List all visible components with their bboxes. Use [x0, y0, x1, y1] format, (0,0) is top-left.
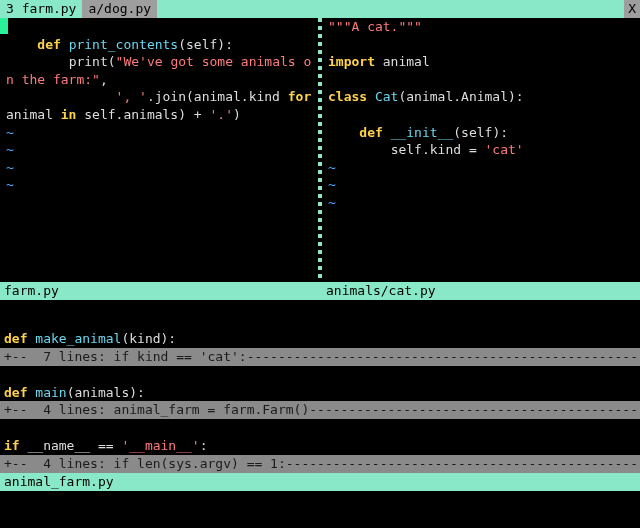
keyword-for: for — [288, 89, 311, 104]
tab-close-button[interactable]: X — [624, 0, 640, 18]
string-literal: '.' — [210, 107, 233, 122]
fold-line[interactable]: +-- 7 lines: if kind == 'cat':----------… — [0, 348, 640, 366]
status-filename: animals/cat.py — [326, 282, 436, 300]
keyword-if: if — [4, 438, 20, 453]
pane-right[interactable]: """A cat.""" import animal class Cat(ani… — [322, 18, 640, 282]
tab-dog-active[interactable]: a/dog.py — [82, 0, 157, 18]
keyword-in: in — [61, 107, 77, 122]
eob-tilde: ~ — [322, 159, 640, 177]
code-token — [6, 37, 37, 52]
blank-line — [0, 366, 640, 384]
tabline: 3 farm.py a/dog.py X — [0, 0, 640, 18]
status-row-top: farm.py animals/cat.py — [0, 282, 640, 300]
code-line[interactable]: def make_animal(kind): — [0, 330, 640, 348]
code-line[interactable]: def main(animals): — [0, 384, 640, 402]
status-filename: animal_farm.py — [4, 473, 114, 491]
status-filename: farm.py — [4, 282, 59, 300]
docstring: """A cat.""" — [328, 19, 422, 34]
eob-tilde: ~ — [0, 141, 318, 159]
tab-farm[interactable]: 3 farm.py — [0, 0, 82, 18]
pane-gap — [0, 300, 640, 330]
string-literal: ', ' — [116, 89, 147, 104]
keyword-def: def — [37, 37, 60, 52]
status-right: animals/cat.py — [322, 282, 640, 300]
fold-line[interactable]: +-- 4 lines: animal_farm = farm.Farm()--… — [0, 401, 640, 419]
eob-tilde: ~ — [0, 176, 318, 194]
code-left[interactable]: def print_contents(self): print("We've g… — [0, 18, 318, 124]
tab-count: 3 — [6, 1, 14, 16]
blank-line — [0, 419, 640, 437]
keyword-def: def — [4, 331, 27, 346]
keyword-def: def — [4, 385, 27, 400]
cursor — [0, 18, 8, 34]
status-bottom: animal_farm.py — [0, 473, 640, 491]
eob-tilde: ~ — [0, 159, 318, 177]
function-name: __init__ — [391, 125, 454, 140]
eob-tilde: ~ — [322, 194, 640, 212]
function-name: make_animal — [35, 331, 121, 346]
pane-bottom[interactable]: def make_animal(kind): +-- 7 lines: if k… — [0, 330, 640, 473]
keyword-class: class — [328, 89, 367, 104]
status-left: farm.py — [0, 282, 318, 300]
function-name: main — [35, 385, 66, 400]
keyword-import: import — [328, 54, 375, 69]
pane-left[interactable]: def print_contents(self): print("We've g… — [0, 18, 318, 282]
tab-label: farm.py — [22, 1, 77, 16]
eob-tilde: ~ — [322, 176, 640, 194]
code-line[interactable]: if __name__ == '__main__': — [0, 437, 640, 455]
close-icon: X — [628, 1, 636, 16]
string-literal: '__main__' — [121, 438, 199, 453]
fold-line[interactable]: +-- 4 lines: if len(sys.argv) == 1:-----… — [0, 455, 640, 473]
eob-tilde: ~ — [0, 124, 318, 142]
function-name: print_contents — [69, 37, 179, 52]
code-right[interactable]: """A cat.""" import animal class Cat(ani… — [322, 18, 640, 159]
split-container: def print_contents(self): print("We've g… — [0, 18, 640, 282]
keyword-def: def — [359, 125, 382, 140]
class-name: Cat — [375, 89, 398, 104]
tab-label: a/dog.py — [88, 1, 151, 16]
string-literal: 'cat' — [485, 142, 524, 157]
